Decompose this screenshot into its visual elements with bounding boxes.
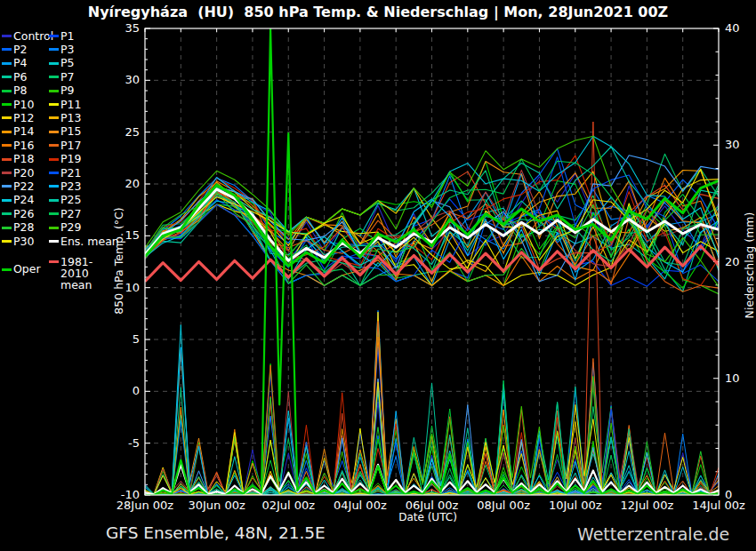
legend-label: P29 (60, 221, 81, 234)
legend-item-p12: P12 (2, 111, 34, 124)
legend-item-p1: P1 (49, 29, 75, 43)
legend-label: P19 (60, 153, 81, 165)
legend-item-p16: P16 (2, 139, 34, 152)
legend-item-p8: P8 (2, 84, 28, 98)
legend-item-p17: P17 (49, 139, 81, 152)
legend-label: P11 (60, 99, 81, 111)
legend-label: P24 (13, 194, 34, 206)
legend-item-p19: P19 (49, 153, 81, 166)
legend-swatch (49, 185, 59, 188)
legend-item-p29: P29 (49, 221, 81, 235)
legend-label: P10 (13, 99, 34, 111)
legend-label: P5 (60, 57, 75, 69)
x-tick-label-3: 04Jul 00z (325, 499, 396, 512)
legend-item-p14: P14 (2, 125, 34, 139)
precip-tick-label-20: 20 (725, 255, 752, 268)
legend-label: P9 (60, 84, 75, 97)
legend-item-p28: P28 (2, 221, 34, 235)
legend-label: P18 (13, 153, 34, 165)
legend-label: P23 (60, 180, 81, 193)
legend-swatch (49, 144, 59, 147)
temp-tick-label-0: 0 (104, 384, 140, 397)
x-tick-label-7: 12Jul 00z (611, 499, 682, 512)
legend-label: P13 (60, 112, 81, 124)
legend-swatch (2, 48, 12, 51)
legend-item-p25: P25 (49, 194, 81, 207)
legend-item-p30: P30 (2, 235, 34, 248)
legend-swatch (49, 48, 59, 51)
legend-label: P16 (13, 140, 34, 152)
legend-item-p6: P6 (2, 70, 28, 84)
x-tick-label-6: 10Jul 00z (540, 499, 611, 512)
legend-label: P21 (60, 167, 81, 180)
legend-label: P30 (13, 236, 34, 248)
brand-watermark: Wetterzentrale.de (577, 524, 729, 544)
legend-swatch (2, 158, 12, 161)
legend-swatch (49, 240, 59, 243)
legend-item-p23: P23 (49, 180, 81, 193)
left-axis-title: 850 hPa Temp. (°C) (112, 172, 125, 350)
legend-swatch (2, 144, 12, 147)
legend-label: P20 (13, 167, 34, 180)
legend-swatch (49, 199, 59, 202)
legend-swatch (49, 212, 59, 215)
legend-swatch (2, 76, 12, 78)
legend-item-p27: P27 (49, 207, 81, 220)
legend-swatch (2, 62, 12, 65)
legend-label: Control (13, 30, 53, 43)
legend-label: P25 (60, 194, 81, 206)
legend-item-oper: Oper (2, 263, 41, 276)
legend-item-p26: P26 (2, 207, 34, 220)
precip-tick-label-10: 10 (725, 371, 752, 385)
legend-label: P15 (60, 125, 81, 138)
legend-swatch (2, 116, 12, 119)
legend-item-p24: P24 (2, 194, 34, 207)
x-tick-label-4: 06Jul 00z (397, 499, 468, 512)
precip-tick-label-30: 30 (725, 138, 752, 151)
temp-tick-label--5: -5 (104, 436, 140, 450)
legend-label: P14 (13, 125, 34, 138)
temp-tick-label-20: 20 (104, 177, 140, 190)
legend-label: P1 (60, 30, 75, 43)
legend-label: P28 (13, 221, 34, 234)
legend-swatch (2, 212, 12, 215)
legend-swatch (2, 199, 12, 202)
legend-label: P22 (13, 180, 34, 193)
legend-swatch (2, 131, 12, 133)
legend-swatch (49, 260, 59, 263)
legend-label: P17 (60, 140, 81, 152)
temp-tick-label-35: 35 (104, 21, 140, 35)
legend-swatch (2, 227, 12, 229)
legend-swatch (2, 172, 12, 174)
x-tick-label-5: 08Jul 00z (468, 499, 539, 512)
legend-item-p9: P9 (49, 84, 75, 98)
legend-label: P4 (13, 57, 28, 69)
meteogram-image: Nyíregyháza (HU) 850 hPa Temp. & Nieders… (0, 0, 756, 551)
gridlines (145, 28, 719, 495)
legend-swatch (49, 158, 59, 161)
legend-swatch (2, 35, 12, 37)
temp-tick-label-15: 15 (104, 228, 140, 242)
legend-label: P12 (13, 112, 34, 124)
legend-item-p15: P15 (49, 125, 81, 139)
temp-tick-label-30: 30 (104, 73, 140, 86)
legend-item-p4: P4 (2, 57, 28, 70)
legend-swatch (49, 227, 59, 229)
x-tick-label-2: 02Jul 00z (253, 499, 324, 512)
legend-swatch (49, 35, 59, 37)
x-tick-label-8: 14Jul 00z (683, 499, 754, 512)
model-caption: GFS Ensemble, 48N, 21.5E (106, 523, 326, 542)
legend-swatch (2, 90, 12, 92)
legend-swatch (49, 172, 59, 174)
legend-swatch (2, 185, 12, 188)
legend-swatch (2, 240, 12, 243)
legend-swatch (49, 76, 59, 78)
legend-item-1981-2010-mean: 1981-2010 mean (49, 256, 119, 269)
legend-item-p2: P2 (2, 43, 28, 56)
x-tick-label-1: 30Jun 00z (181, 499, 253, 512)
legend-label: P26 (13, 208, 34, 220)
legend-label: P6 (13, 71, 28, 84)
legend-item-p20: P20 (2, 166, 34, 180)
legend-swatch (49, 103, 59, 106)
legend-item-control: Control (2, 29, 53, 43)
